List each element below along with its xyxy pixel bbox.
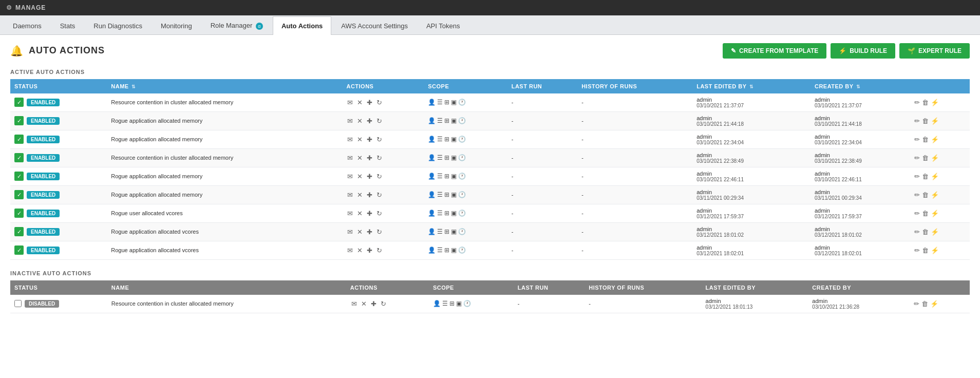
more-row-icon[interactable]: ⚡ [931, 117, 939, 125]
refresh-icon[interactable]: ↻ [375, 98, 383, 107]
tab-role-manager[interactable]: Role Manager α [202, 16, 272, 35]
row-checkbox[interactable]: ✓ [14, 172, 24, 181]
mail-icon[interactable]: ✉ [350, 299, 358, 308]
mail-icon[interactable]: ✉ [346, 98, 354, 107]
edit-row-icon[interactable]: ✏ [914, 99, 920, 106]
table-row: ✓ ENABLED Rogue application allocated me… [10, 130, 970, 148]
mail-icon[interactable]: ✉ [346, 246, 354, 255]
tab-daemons[interactable]: Daemons [4, 16, 50, 35]
edit-row-icon[interactable]: ✏ [914, 154, 920, 162]
add-icon[interactable]: ✚ [366, 154, 373, 162]
create-from-template-button[interactable]: ✎ CREATE FROM TEMPLATE [723, 43, 826, 59]
delete-row-icon[interactable]: 🗑 [922, 117, 929, 125]
created-by-cell: admin 03/10/2021 21:36:28 [808, 295, 909, 313]
row-checkbox[interactable]: ✓ [14, 153, 24, 162]
name-cell: Rogue application allocated memory [107, 130, 342, 148]
delete-row-icon[interactable]: 🗑 [922, 173, 929, 180]
close-icon[interactable]: ✕ [356, 191, 364, 199]
more-row-icon[interactable]: ⚡ [930, 300, 938, 308]
mail-icon[interactable]: ✉ [346, 228, 354, 236]
refresh-icon[interactable]: ↻ [375, 246, 383, 255]
add-icon[interactable]: ✚ [366, 209, 373, 218]
edit-row-icon[interactable]: ✏ [914, 247, 920, 254]
row-checkbox[interactable]: ✓ [14, 98, 24, 107]
row-checkbox[interactable]: ✓ [14, 209, 24, 218]
close-icon[interactable]: ✕ [356, 172, 364, 181]
delete-row-icon[interactable]: 🗑 [922, 154, 929, 162]
refresh-icon[interactable]: ↻ [375, 228, 383, 236]
edit-row-icon[interactable]: ✏ [914, 228, 920, 236]
tab-api-tokens[interactable]: API Tokens [418, 16, 469, 35]
close-icon[interactable]: ✕ [356, 135, 364, 144]
scope-icons: 👤 ☰ ⊞ ▣ 🕐 [428, 191, 503, 198]
refresh-icon[interactable]: ↻ [375, 209, 383, 218]
scope-cell: 👤 ☰ ⊞ ▣ 🕐 [424, 148, 507, 167]
refresh-icon[interactable]: ↻ [380, 299, 387, 308]
close-icon[interactable]: ✕ [356, 117, 364, 125]
mail-icon[interactable]: ✉ [346, 191, 354, 199]
tab-aws-account-settings[interactable]: AWS Account Settings [332, 16, 417, 35]
more-row-icon[interactable]: ⚡ [931, 210, 939, 217]
row-checkbox[interactable] [14, 300, 22, 307]
refresh-icon[interactable]: ↻ [375, 135, 383, 144]
more-row-icon[interactable]: ⚡ [931, 247, 939, 254]
close-icon[interactable]: ✕ [356, 246, 364, 255]
close-icon[interactable]: ✕ [356, 98, 364, 107]
mail-icon[interactable]: ✉ [346, 209, 354, 218]
mail-icon[interactable]: ✉ [346, 154, 354, 162]
row-checkbox[interactable]: ✓ [14, 245, 24, 255]
edit-row-icon[interactable]: ✏ [914, 117, 920, 125]
delete-row-icon[interactable]: 🗑 [922, 191, 929, 199]
row-checkbox[interactable]: ✓ [14, 135, 24, 144]
build-rule-button[interactable]: ⚡ BUILD RULE [831, 43, 895, 59]
row-checkbox[interactable]: ✓ [14, 116, 24, 125]
more-row-icon[interactable]: ⚡ [931, 191, 939, 199]
refresh-icon[interactable]: ↻ [375, 117, 383, 125]
more-row-icon[interactable]: ⚡ [931, 228, 939, 236]
add-icon[interactable]: ✚ [366, 135, 373, 144]
delete-row-icon[interactable]: 🗑 [921, 300, 928, 308]
add-icon[interactable]: ✚ [370, 299, 378, 308]
edit-row-icon[interactable]: ✏ [914, 136, 920, 143]
close-icon[interactable]: ✕ [356, 209, 364, 218]
refresh-icon[interactable]: ↻ [375, 172, 383, 181]
scope-cell: 👤 ☰ ⊞ ▣ 🕐 [424, 111, 507, 130]
row-checkbox[interactable]: ✓ [14, 227, 24, 236]
delete-row-icon[interactable]: 🗑 [922, 247, 929, 254]
delete-row-icon[interactable]: 🗑 [922, 136, 929, 143]
delete-row-icon[interactable]: 🗑 [922, 210, 929, 217]
mail-icon[interactable]: ✉ [346, 135, 354, 144]
tab-run-diagnostics[interactable]: Run Diagnostics [85, 16, 151, 35]
delete-row-icon[interactable]: 🗑 [922, 228, 929, 236]
tab-auto-actions[interactable]: Auto Actions [273, 16, 331, 35]
close-icon[interactable]: ✕ [360, 299, 368, 308]
close-icon[interactable]: ✕ [356, 228, 364, 236]
edit-row-icon[interactable]: ✏ [914, 210, 920, 217]
created-by-cell: admin 03/10/2021 22:46:11 [811, 167, 910, 185]
add-icon[interactable]: ✚ [366, 98, 373, 107]
close-icon[interactable]: ✕ [356, 154, 364, 162]
add-icon[interactable]: ✚ [366, 172, 373, 181]
add-icon[interactable]: ✚ [366, 117, 373, 125]
refresh-icon[interactable]: ↻ [375, 191, 383, 199]
refresh-icon[interactable]: ↻ [375, 154, 383, 162]
more-row-icon[interactable]: ⚡ [931, 99, 939, 106]
delete-row-icon[interactable]: 🗑 [922, 99, 929, 106]
edit-row-icon[interactable]: ✏ [914, 173, 920, 180]
more-row-icon[interactable]: ⚡ [931, 173, 939, 180]
action-icons: ✉ ✕ ✚ ↻ [346, 98, 420, 107]
more-row-icon[interactable]: ⚡ [931, 136, 939, 143]
add-icon[interactable]: ✚ [366, 228, 373, 236]
edit-row-icon[interactable]: ✏ [914, 191, 920, 199]
user-scope-icon: 👤 [433, 300, 441, 307]
expert-rule-button[interactable]: 🌱 EXPERT RULE [899, 43, 970, 59]
tab-stats[interactable]: Stats [51, 16, 84, 35]
mail-icon[interactable]: ✉ [346, 172, 354, 181]
add-icon[interactable]: ✚ [366, 246, 373, 255]
add-icon[interactable]: ✚ [366, 191, 373, 199]
more-row-icon[interactable]: ⚡ [931, 154, 939, 162]
tab-monitoring[interactable]: Monitoring [152, 16, 201, 35]
edit-row-icon[interactable]: ✏ [914, 300, 919, 308]
row-checkbox[interactable]: ✓ [14, 190, 24, 199]
mail-icon[interactable]: ✉ [346, 117, 354, 125]
